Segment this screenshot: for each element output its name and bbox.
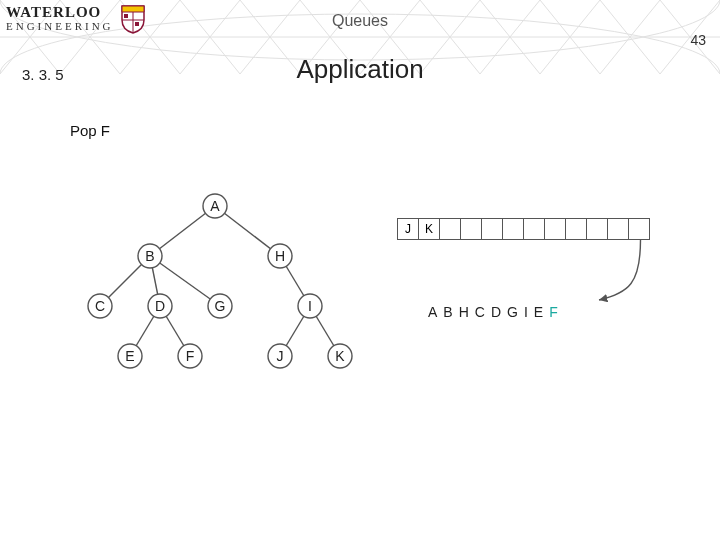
slide-title: Application — [0, 54, 720, 85]
header-title: Queues — [0, 12, 720, 30]
queue-cell-0: J — [397, 218, 419, 240]
output-char: D — [491, 304, 507, 320]
output-char: F — [549, 304, 558, 320]
queue-cell-7 — [544, 218, 566, 240]
output-char: G — [507, 304, 524, 320]
tree-node-label: H — [275, 248, 285, 264]
tree-node-label: E — [125, 348, 134, 364]
page-number: 43 — [690, 32, 706, 48]
queue-cell-11 — [628, 218, 650, 240]
output-char: C — [475, 304, 491, 320]
body-text: Pop F — [70, 122, 110, 139]
queue-cell-6 — [523, 218, 545, 240]
queue-cell-9 — [586, 218, 608, 240]
queue-cell-8 — [565, 218, 587, 240]
queue-cell-3 — [460, 218, 482, 240]
queue-cell-4 — [481, 218, 503, 240]
tree-node-label: A — [210, 198, 220, 214]
queue-cell-10 — [607, 218, 629, 240]
tree-node-label: J — [277, 348, 284, 364]
tree-node-label: D — [155, 298, 165, 314]
tree-node-label: C — [95, 298, 105, 314]
queue-cell-5 — [502, 218, 524, 240]
tree-diagram: ABCDEFGHIJK — [60, 190, 370, 380]
output-char: I — [524, 304, 534, 320]
tree-node-label: I — [308, 298, 312, 314]
output-char: E — [534, 304, 549, 320]
queue-area: JK ABHCDGIEF — [398, 218, 650, 240]
queue-cell-2 — [439, 218, 461, 240]
output-sequence: ABHCDGIEF — [428, 304, 558, 320]
tree-node-label: B — [145, 248, 154, 264]
tree-node-label: G — [215, 298, 226, 314]
queue-cell-1: K — [418, 218, 440, 240]
output-char: A — [428, 304, 443, 320]
output-char: B — [443, 304, 458, 320]
queue-cells: JK — [398, 218, 650, 240]
output-char: H — [459, 304, 475, 320]
tree-node-label: K — [335, 348, 345, 364]
dequeue-arrow — [398, 238, 678, 308]
tree-node-label: F — [186, 348, 195, 364]
